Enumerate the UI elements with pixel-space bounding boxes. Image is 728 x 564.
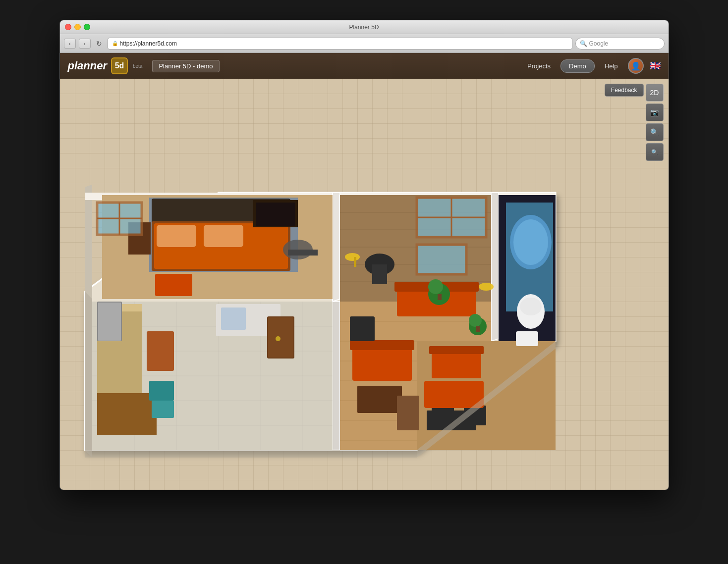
feedback-button[interactable]: Feedback: [605, 84, 644, 97]
svg-rect-71: [149, 381, 174, 401]
projects-link[interactable]: Projects: [523, 60, 555, 72]
floorplan-container: [70, 103, 615, 480]
url-bar[interactable]: 🔒 https://planner5d.com: [108, 38, 572, 50]
svg-marker-96: [85, 450, 417, 458]
svg-rect-69: [147, 331, 174, 371]
zoom-out-button[interactable]: 🔍: [646, 143, 664, 161]
svg-rect-70: [97, 393, 157, 435]
svg-point-60: [345, 253, 360, 261]
svg-rect-78: [357, 386, 402, 413]
svg-marker-6: [333, 302, 340, 450]
search-bar[interactable]: 🔍 Google: [575, 38, 665, 50]
svg-rect-91: [516, 331, 538, 346]
browser-window: Planner 5D ‹ › ↻ 🔒 https://planner5d.com…: [59, 20, 669, 490]
refresh-button[interactable]: ↻: [94, 38, 105, 49]
svg-rect-74: [268, 317, 293, 358]
svg-rect-82: [476, 326, 480, 332]
svg-rect-42: [204, 225, 243, 247]
svg-rect-41: [157, 225, 196, 247]
view-2d-button[interactable]: 2D: [646, 84, 664, 102]
svg-rect-46: [256, 203, 295, 226]
svg-rect-59: [438, 294, 442, 300]
svg-point-90: [520, 298, 542, 315]
svg-rect-92: [424, 381, 484, 408]
zoom-out-icon: 🔍: [651, 149, 658, 155]
search-icon: 🔍: [580, 40, 587, 47]
browser-toolbar: ‹ › ↻ 🔒 https://planner5d.com 🔍 Google: [60, 34, 669, 53]
project-name[interactable]: Planner 5D - demo: [152, 60, 219, 72]
logo-area: planner 5d beta: [68, 57, 143, 74]
avatar[interactable]: 👤: [628, 58, 644, 74]
svg-rect-61: [354, 257, 356, 267]
window-controls: [65, 24, 90, 30]
svg-rect-66: [221, 308, 246, 330]
app-navbar: planner 5d beta Planner 5D - demo Projec…: [60, 53, 669, 79]
window-title: Planner 5D: [349, 24, 379, 31]
svg-rect-72: [152, 401, 174, 418]
svg-rect-48: [288, 250, 318, 256]
beta-badge: beta: [133, 63, 142, 69]
svg-rect-56: [372, 264, 387, 284]
svg-rect-68: [98, 303, 121, 341]
demo-button[interactable]: Demo: [560, 59, 595, 73]
svg-marker-7: [491, 193, 499, 341]
svg-rect-44: [155, 274, 192, 296]
lock-icon: 🔒: [112, 41, 118, 46]
svg-rect-76: [352, 346, 412, 381]
svg-point-75: [276, 336, 280, 341]
logo-box: 5d: [111, 57, 128, 74]
right-toolbar: 2D 📷 🔍 🔍: [646, 84, 664, 161]
logo-text: planner: [68, 59, 107, 72]
camera-icon: 📷: [650, 108, 659, 116]
minimize-button[interactable]: [74, 24, 81, 30]
close-button[interactable]: [65, 24, 71, 30]
svg-rect-77: [350, 340, 414, 350]
back-button[interactable]: ‹: [64, 39, 76, 49]
svg-point-88: [513, 219, 548, 265]
screenshot-button[interactable]: 📷: [646, 103, 664, 121]
forward-button[interactable]: ›: [79, 39, 91, 49]
zoom-in-icon: 🔍: [650, 128, 659, 136]
svg-rect-83: [432, 351, 481, 378]
svg-marker-5: [333, 193, 340, 302]
titlebar: Planner 5D: [60, 20, 669, 34]
svg-point-58: [428, 279, 443, 294]
help-link[interactable]: Help: [601, 60, 622, 72]
svg-rect-79: [350, 316, 375, 341]
zoom-in-button[interactable]: 🔍: [646, 123, 664, 141]
svg-rect-52: [417, 245, 466, 274]
canvas-area: Feedback 2D 📷 🔍 🔍: [60, 79, 669, 490]
svg-rect-84: [429, 346, 484, 354]
floorplan-svg: [70, 103, 615, 480]
language-flag[interactable]: 🇬🇧: [650, 60, 661, 71]
svg-rect-94: [397, 396, 419, 430]
url-text: https://planner5d.com: [120, 40, 177, 47]
search-placeholder: Google: [589, 40, 609, 47]
maximize-button[interactable]: [84, 24, 90, 30]
svg-point-62: [479, 283, 494, 291]
svg-marker-95: [85, 292, 92, 458]
svg-point-81: [469, 314, 482, 327]
